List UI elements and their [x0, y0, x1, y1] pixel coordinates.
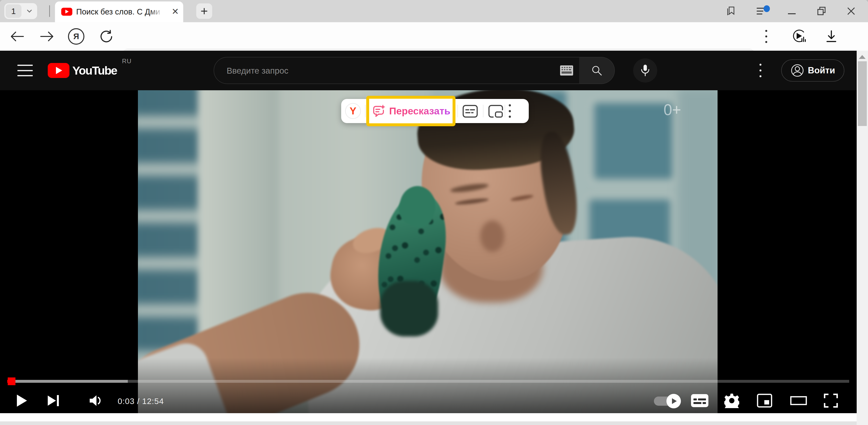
tab-bar: 1 Поиск без слов. С Дми ✕ +	[0, 0, 868, 22]
overlay-divider	[505, 105, 505, 117]
volume-button[interactable]	[78, 394, 118, 408]
scrollbar-thumb[interactable]	[858, 61, 867, 126]
youtube-menu-kebab-icon[interactable]	[760, 64, 762, 77]
yandex-glyph: Я	[68, 28, 84, 45]
window-bottom-edge	[0, 421, 868, 425]
search-input[interactable]	[226, 57, 548, 84]
overlay-divider	[457, 105, 458, 117]
forward-icon[interactable]	[38, 22, 56, 51]
sign-in-label: Войти	[808, 65, 835, 76]
video-player-icon[interactable]	[789, 22, 810, 51]
man-nose-shadow	[480, 221, 504, 252]
theater-mode-button[interactable]	[790, 395, 824, 407]
video-surface[interactable]	[138, 90, 717, 413]
player-bottom-gradient	[138, 358, 717, 413]
yandex-video-overlay-toolbar: Y Пересказать	[341, 99, 529, 123]
yandex-logo-badge[interactable]: Y	[345, 103, 361, 119]
retell-icon	[372, 104, 386, 118]
hamburger-menu-icon[interactable]	[18, 65, 33, 76]
microphone-button[interactable]	[633, 58, 657, 83]
tab-strip-divider	[49, 5, 50, 17]
chevron-down-icon[interactable]	[22, 7, 37, 15]
youtube-logo[interactable]: YouTube	[48, 62, 117, 79]
progress-buffer	[7, 380, 128, 383]
progress-scrubber[interactable]	[8, 377, 16, 385]
sign-in-button[interactable]: Войти	[781, 59, 844, 82]
time-display: 0:03 / 12:54	[118, 397, 164, 406]
close-window-icon[interactable]	[843, 0, 859, 22]
search-button[interactable]	[579, 57, 615, 84]
restore-window-icon[interactable]	[814, 0, 830, 22]
settings-gear-icon[interactable]	[724, 393, 756, 409]
age-rating-badge: 0+	[663, 101, 681, 119]
next-button[interactable]	[33, 395, 78, 407]
reload-icon[interactable]	[97, 22, 116, 51]
youtube-header: YouTube RU	[0, 51, 857, 90]
picture-in-picture-icon[interactable]	[487, 105, 504, 118]
tab-active[interactable]: Поиск без слов. С Дми ✕	[55, 1, 183, 22]
overlay-divider	[365, 105, 366, 117]
profile-icon[interactable]	[754, 0, 774, 22]
player-controls-left: 0:03 / 12:54	[17, 389, 164, 413]
yandex-services-icon[interactable]: Я	[67, 22, 85, 51]
play-button[interactable]	[17, 394, 33, 408]
overlay-kebab-icon[interactable]	[509, 104, 511, 118]
progress-bar[interactable]	[7, 380, 849, 383]
download-icon[interactable]	[822, 22, 841, 51]
youtube-play-icon	[48, 63, 69, 78]
browser-toolbar: Я www.youtube.com Поиск без слов. С Дмит…	[0, 22, 868, 51]
autoplay-toggle[interactable]	[654, 397, 690, 406]
retell-button[interactable]: Пересказать	[369, 99, 453, 123]
tab-group-control[interactable]: 1	[4, 3, 37, 19]
back-icon[interactable]	[8, 22, 27, 51]
page-below-strip	[0, 413, 868, 421]
tab-title-fade	[149, 2, 166, 21]
scrollbar-track[interactable]	[857, 51, 868, 425]
browser-menu-kebab-icon[interactable]	[762, 22, 771, 51]
search-field[interactable]	[214, 57, 580, 84]
new-tab-button[interactable]: +	[196, 3, 212, 19]
video-player: 0+ Y Пересказать	[0, 90, 857, 413]
retell-label: Пересказать	[389, 106, 451, 117]
youtube-favicon-icon	[61, 8, 72, 16]
close-tab-icon[interactable]: ✕	[172, 1, 179, 22]
player-controls-right	[654, 389, 843, 413]
keyboard-icon[interactable]	[560, 65, 574, 77]
miniplayer-button[interactable]	[756, 393, 790, 409]
minimize-icon[interactable]	[784, 0, 800, 22]
tab-counter[interactable]: 1	[5, 4, 22, 18]
fullscreen-button[interactable]	[824, 393, 843, 409]
region-label: RU	[122, 57, 132, 65]
side-panels-icon[interactable]	[723, 0, 739, 22]
youtube-wordmark: YouTube	[72, 64, 117, 77]
browser-window: 1 Поиск без слов. С Дми ✕ +	[0, 0, 868, 425]
overlay-subtitles-icon[interactable]	[462, 105, 478, 118]
scrollbar-up-arrow[interactable]	[859, 55, 866, 59]
video-window-pane	[591, 100, 676, 182]
overlay-divider	[483, 105, 484, 117]
subtitles-button[interactable]	[690, 394, 724, 408]
chameleon-dark-patch	[380, 281, 438, 336]
